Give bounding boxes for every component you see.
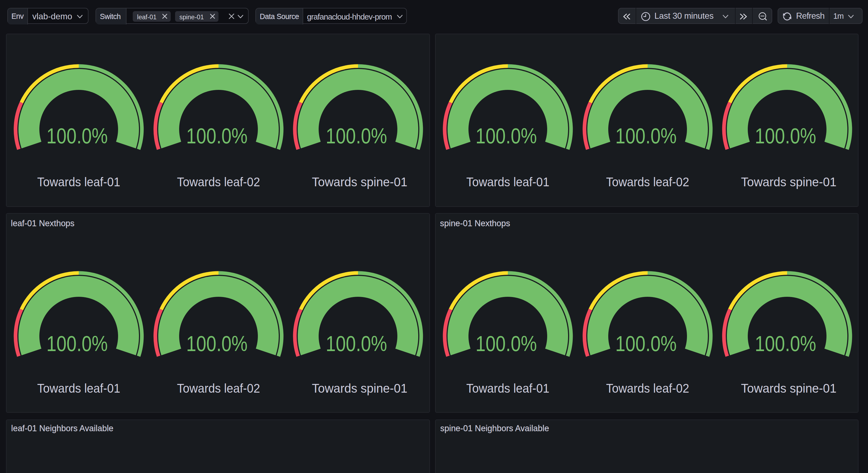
svg-text:Towards leaf-01: Towards leaf-01 bbox=[37, 175, 120, 189]
svg-text:Towards spine-01: Towards spine-01 bbox=[741, 381, 837, 395]
svg-text:100.0%: 100.0% bbox=[615, 331, 677, 356]
svg-text:Towards spine-01: Towards spine-01 bbox=[741, 175, 837, 189]
svg-text:100.0%: 100.0% bbox=[615, 124, 677, 148]
svg-text:100.0%: 100.0% bbox=[475, 331, 537, 356]
svg-text:Towards spine-01: Towards spine-01 bbox=[312, 175, 407, 189]
svg-text:Towards leaf-02: Towards leaf-02 bbox=[606, 175, 689, 189]
svg-text:Towards leaf-01: Towards leaf-01 bbox=[466, 381, 549, 395]
svg-text:Towards spine-01: Towards spine-01 bbox=[312, 381, 407, 395]
svg-text:100.0%: 100.0% bbox=[46, 124, 108, 148]
svg-text:100.0%: 100.0% bbox=[755, 124, 816, 148]
svg-text:Towards leaf-02: Towards leaf-02 bbox=[177, 381, 260, 395]
svg-text:Towards leaf-02: Towards leaf-02 bbox=[177, 175, 260, 189]
svg-text:100.0%: 100.0% bbox=[46, 331, 108, 356]
svg-text:100.0%: 100.0% bbox=[326, 331, 387, 356]
svg-text:100.0%: 100.0% bbox=[475, 124, 537, 148]
svg-text:100.0%: 100.0% bbox=[326, 124, 387, 148]
svg-text:Towards leaf-02: Towards leaf-02 bbox=[606, 381, 689, 395]
svg-text:Towards leaf-01: Towards leaf-01 bbox=[466, 175, 549, 189]
svg-text:100.0%: 100.0% bbox=[186, 124, 248, 148]
svg-text:Towards leaf-01: Towards leaf-01 bbox=[37, 381, 120, 395]
svg-text:100.0%: 100.0% bbox=[755, 331, 816, 356]
svg-text:100.0%: 100.0% bbox=[186, 331, 248, 356]
